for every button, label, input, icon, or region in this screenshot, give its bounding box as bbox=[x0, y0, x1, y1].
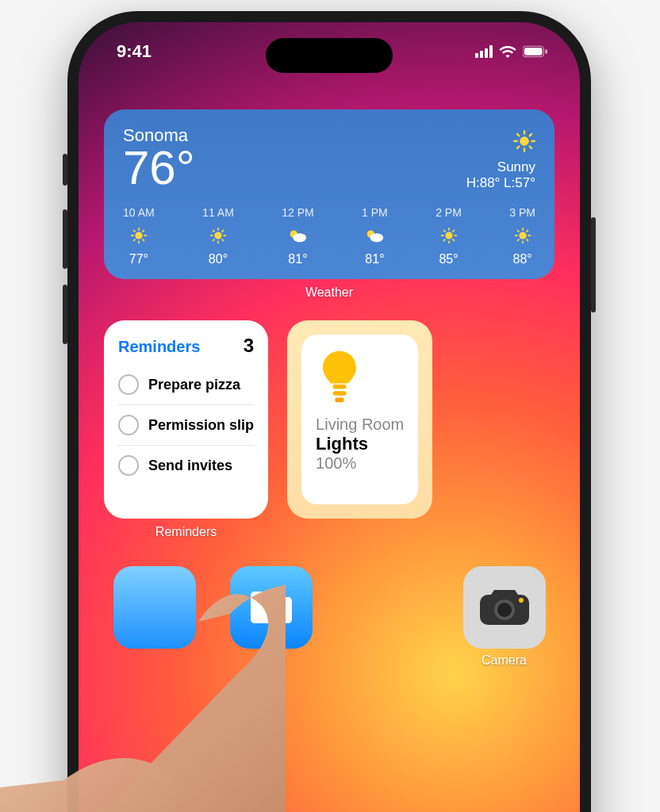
forecast-temp: 81° bbox=[282, 252, 313, 266]
forecast-hour: 1 PM 81° bbox=[362, 206, 388, 266]
weather-temperature: 76° bbox=[123, 144, 195, 192]
home-room-name: Living Room bbox=[316, 416, 404, 434]
reminder-text: Send invites bbox=[148, 458, 232, 474]
forecast-hour: 11 AM 80° bbox=[202, 206, 234, 266]
reminders-widget[interactable]: Reminders 3 Prepare pizza Permission sli… bbox=[104, 320, 268, 519]
svg-rect-2 bbox=[545, 49, 547, 54]
weather-hi-lo: H:88° L:57° bbox=[466, 175, 535, 191]
forecast-temp: 77° bbox=[123, 252, 155, 266]
reminders-title: Reminders bbox=[118, 338, 200, 356]
app-files[interactable] bbox=[222, 566, 320, 668]
reminder-item[interactable]: Send invites bbox=[118, 446, 254, 485]
home-screen-widgets: Sonoma 76° Sunny H:88° L:57° 10 AM bbox=[79, 62, 580, 668]
svg-line-18 bbox=[143, 239, 144, 240]
forecast-time: 3 PM bbox=[509, 206, 535, 219]
svg-line-50 bbox=[517, 239, 518, 240]
app-unknown-1[interactable] bbox=[106, 566, 203, 668]
lightbulb-icon bbox=[316, 349, 363, 404]
dynamic-island bbox=[266, 38, 393, 73]
forecast-time: 11 AM bbox=[202, 206, 234, 219]
svg-line-9 bbox=[530, 147, 531, 148]
wifi-icon bbox=[499, 45, 516, 58]
svg-line-20 bbox=[143, 231, 144, 232]
svg-line-8 bbox=[517, 134, 519, 136]
side-button-volume-down bbox=[63, 285, 67, 344]
checkbox-icon[interactable] bbox=[118, 415, 139, 435]
weather-widget[interactable]: Sonoma 76° Sunny H:88° L:57° 10 AM bbox=[104, 109, 554, 279]
side-button-mute bbox=[63, 154, 67, 186]
status-icons bbox=[475, 45, 548, 58]
svg-line-27 bbox=[222, 239, 223, 240]
reminder-text: Prepare pizza bbox=[148, 377, 240, 393]
files-icon[interactable] bbox=[230, 566, 313, 649]
forecast-hour: 10 AM 77° bbox=[123, 206, 155, 266]
svg-point-58 bbox=[519, 598, 524, 603]
forecast-time: 1 PM bbox=[362, 206, 388, 219]
svg-line-41 bbox=[443, 239, 444, 240]
svg-point-31 bbox=[294, 233, 307, 242]
reminders-widget-label: Reminders bbox=[104, 525, 268, 539]
forecast-temp: 80° bbox=[202, 252, 234, 266]
svg-line-42 bbox=[453, 231, 454, 232]
svg-line-39 bbox=[443, 231, 444, 232]
camera-icon[interactable] bbox=[463, 566, 546, 649]
forecast-hour: 12 PM 81° bbox=[282, 206, 313, 266]
home-brightness-level: 100% bbox=[316, 454, 404, 473]
cellular-icon bbox=[475, 45, 493, 58]
svg-point-33 bbox=[370, 233, 384, 242]
reminder-item[interactable]: Prepare pizza bbox=[118, 365, 254, 405]
phone-screen: 9:41 Sonoma bbox=[79, 22, 580, 812]
svg-rect-53 bbox=[333, 391, 347, 396]
sun-icon bbox=[466, 130, 535, 156]
svg-point-34 bbox=[445, 232, 452, 239]
partly-cloudy-icon bbox=[282, 225, 313, 246]
svg-point-43 bbox=[519, 232, 526, 239]
svg-line-10 bbox=[517, 147, 519, 148]
svg-line-49 bbox=[527, 239, 528, 240]
forecast-hour: 2 PM 85° bbox=[436, 206, 462, 266]
sun-icon bbox=[509, 225, 535, 246]
svg-line-29 bbox=[222, 231, 223, 232]
side-button-power bbox=[591, 217, 596, 312]
app-icon-row: Camera bbox=[104, 566, 554, 668]
forecast-temp: 85° bbox=[436, 252, 462, 266]
side-button-volume-up bbox=[63, 209, 67, 269]
app-camera[interactable]: Camera bbox=[455, 566, 553, 668]
forecast-time: 12 PM bbox=[282, 206, 313, 219]
svg-line-19 bbox=[133, 239, 134, 240]
svg-point-21 bbox=[214, 232, 221, 239]
forecast-hour: 3 PM 88° bbox=[509, 206, 535, 266]
forecast-temp: 88° bbox=[509, 252, 535, 266]
forecast-time: 10 AM bbox=[123, 206, 155, 219]
svg-rect-54 bbox=[335, 398, 343, 403]
svg-rect-52 bbox=[333, 385, 347, 389]
svg-line-11 bbox=[530, 134, 531, 136]
weather-hourly-forecast: 10 AM 77° 11 AM 80° 12 PM 81° bbox=[123, 206, 535, 266]
sun-icon bbox=[436, 225, 462, 246]
svg-rect-1 bbox=[524, 48, 543, 55]
sun-icon bbox=[202, 225, 234, 246]
battery-icon bbox=[523, 45, 548, 58]
home-device-name: Lights bbox=[316, 434, 404, 454]
checkbox-icon[interactable] bbox=[118, 374, 139, 395]
svg-line-26 bbox=[213, 231, 214, 232]
svg-line-51 bbox=[527, 231, 528, 232]
svg-line-17 bbox=[133, 231, 134, 232]
weather-widget-label: Weather bbox=[104, 285, 554, 300]
checkbox-icon[interactable] bbox=[118, 455, 139, 476]
partly-cloudy-icon bbox=[362, 225, 388, 246]
app-icon[interactable] bbox=[113, 566, 196, 649]
home-lights-widget[interactable]: Living Room Lights 100% bbox=[287, 320, 432, 519]
svg-point-3 bbox=[520, 136, 529, 146]
svg-point-57 bbox=[497, 603, 512, 617]
camera-app-label: Camera bbox=[455, 653, 553, 668]
svg-point-12 bbox=[135, 232, 142, 239]
reminder-item[interactable]: Permission slip bbox=[118, 405, 254, 446]
forecast-temp: 81° bbox=[362, 252, 388, 266]
sun-icon bbox=[123, 225, 155, 246]
weather-condition: Sunny bbox=[466, 159, 535, 175]
svg-line-48 bbox=[517, 231, 518, 232]
svg-line-40 bbox=[453, 239, 454, 240]
reminder-text: Permission slip bbox=[148, 417, 254, 434]
status-time: 9:41 bbox=[117, 41, 152, 62]
